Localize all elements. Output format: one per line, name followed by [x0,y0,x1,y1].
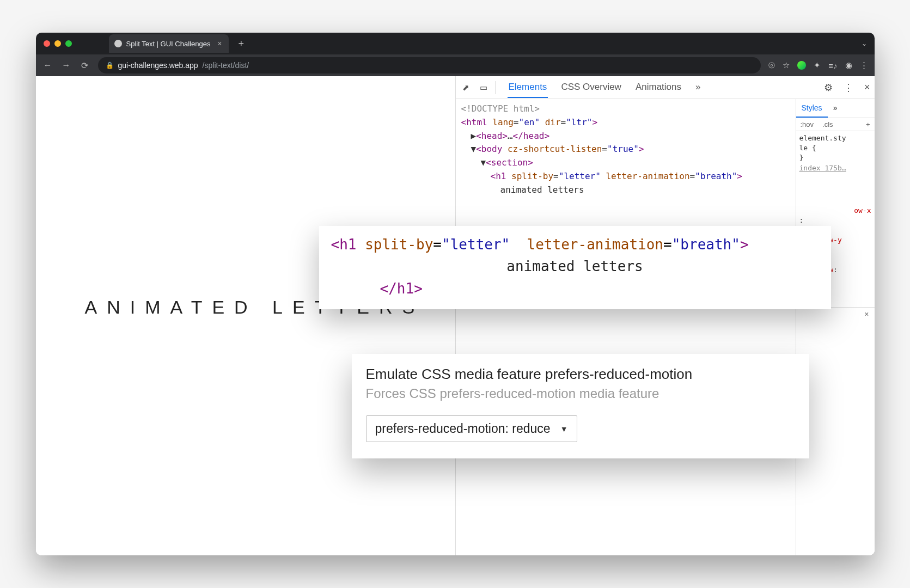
browser-window: Split Text | GUI Challenges × + ⌄ ← → ⟳ … [36,33,875,555]
tab-elements[interactable]: Elements [508,77,548,98]
zoom-prefs-title: Emulate CSS media feature prefers-reduce… [366,366,795,383]
tab-animations[interactable]: Animations [634,77,682,98]
devtools-toolbar: ⬈ ▭ Elements CSS Overview Animations » ⚙… [456,76,875,99]
zoom-prefs-selected: prefers-reduced-motion: reduce [375,421,551,436]
maximize-window-button[interactable] [65,40,72,47]
styles-pane: Styles » :hov .cls + element.sty le { } … [796,99,875,555]
lock-icon: 🔒 [106,62,114,69]
new-tab-button[interactable]: + [239,38,245,50]
back-button[interactable]: ← [42,60,53,70]
url-field[interactable]: 🔒 gui-challenges.web.app/split-text/dist… [98,57,761,74]
content-split: ANIMATED LETTERS ⬈ ▭ Elements CSS Overvi… [36,76,875,555]
device-toggle-icon[interactable]: ▭ [478,82,490,94]
url-domain: gui-challenges.web.app [118,61,198,70]
extensions-icon[interactable]: ✦ [814,60,821,70]
kebab-icon[interactable]: ⋮ [844,82,853,94]
zoom-prefs-overlay: Emulate CSS media feature prefers-reduce… [352,354,809,458]
tab-css-overview[interactable]: CSS Overview [560,77,622,98]
hov-toggle[interactable]: :hov [796,118,819,131]
styles-tab[interactable]: Styles [796,99,828,118]
translate-icon[interactable]: ⦾ [768,60,775,70]
inspect-element-icon[interactable]: ⬈ [460,82,472,94]
dom-doctype: <!DOCTYPE html> [461,102,796,116]
cls-toggle[interactable]: .cls [818,118,838,131]
window-controls [44,40,72,47]
profile-icon[interactable]: ◉ [845,60,852,70]
minimize-window-button[interactable] [54,40,61,47]
zoom-code-overlay: <h1 split-by="letter" letter-animation="… [319,226,831,309]
bookmark-icon[interactable]: ☆ [783,60,790,70]
address-bar: ← → ⟳ 🔒 gui-challenges.web.app/split-tex… [36,54,875,76]
toolbar-icons: ⦾ ☆ ✦ ≡♪ ◉ ⋮ [768,60,868,70]
styles-more-icon[interactable]: » [828,99,843,118]
dom-tree[interactable]: <!DOCTYPE html> <html lang="en" dir="ltr… [456,99,796,555]
close-tab-button[interactable]: × [217,39,222,48]
rendered-page: ANIMATED LETTERS [36,76,455,555]
extension-icon[interactable] [797,61,806,70]
dom-h1-text: animated letters [461,183,796,197]
add-rule-button[interactable]: + [862,118,875,131]
devtools-panel: ⬈ ▭ Elements CSS Overview Animations » ⚙… [455,76,875,555]
reload-button[interactable]: ⟳ [80,60,90,71]
tab-title: Split Text | GUI Challenges [126,40,211,48]
browser-tab[interactable]: Split Text | GUI Challenges × [109,34,229,53]
menu-icon[interactable]: ⋮ [860,60,868,70]
titlebar: Split Text | GUI Challenges × + ⌄ [36,33,875,54]
devtools-tabs: Elements CSS Overview Animations » [508,77,702,98]
chevron-down-icon: ▼ [560,425,568,433]
zoom-code-text: animated letters [331,255,819,277]
reading-list-icon[interactable]: ≡♪ [828,61,837,70]
tab-more[interactable]: » [694,77,701,98]
close-devtools-button[interactable]: × [864,82,870,93]
zoom-prefs-subtitle: Forces CSS prefers-reduced-motion media … [366,386,795,401]
close-window-button[interactable] [44,40,50,47]
favicon-icon [114,40,122,47]
url-path: /split-text/dist/ [203,61,249,70]
zoom-prefs-select[interactable]: prefers-reduced-motion: reduce ▼ [366,415,577,442]
gear-icon[interactable]: ⚙ [824,82,833,94]
forward-button[interactable]: → [61,60,72,70]
tabs-overflow-icon[interactable]: ⌄ [862,40,867,47]
